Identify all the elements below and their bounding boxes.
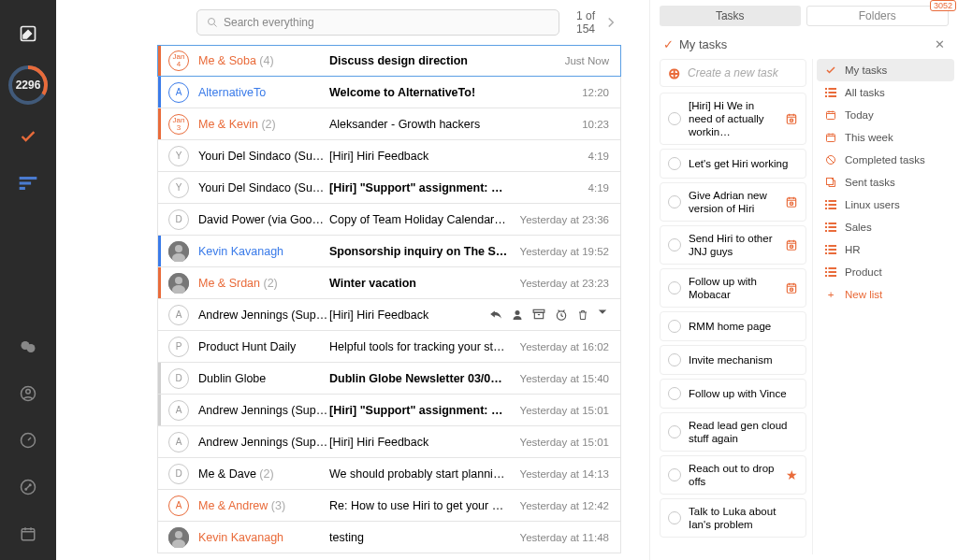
inbox-counter[interactable]: 2296 xyxy=(7,64,50,107)
list-label: HR xyxy=(845,244,861,255)
accent-bar xyxy=(158,204,161,235)
profile-button[interactable] xyxy=(11,377,45,410)
task-text: [Hiri] Hi We in need of actually workin… xyxy=(689,99,777,138)
more-icon[interactable] xyxy=(598,309,607,322)
panel-tabs: Tasks Folders 3052 xyxy=(650,6,958,26)
task-text: Follow up with Mobacar xyxy=(689,275,777,301)
settings-button[interactable] xyxy=(11,470,45,504)
svg-rect-121 xyxy=(825,249,827,251)
task-item[interactable]: RMM home page xyxy=(660,311,806,341)
task-checkbox[interactable] xyxy=(668,195,681,208)
task-item[interactable]: Send Hiri to other JNJ guys xyxy=(660,225,806,265)
svg-rect-130 xyxy=(829,275,837,277)
svg-rect-5 xyxy=(20,187,25,190)
task-list-item[interactable]: All tasks xyxy=(817,81,954,104)
task-item[interactable]: Give Adrian new version of Hiri xyxy=(660,182,806,222)
svg-rect-104 xyxy=(827,135,835,142)
new-task-input[interactable]: ⊕ Create a new task xyxy=(660,59,806,87)
task-checkbox[interactable] xyxy=(668,281,681,294)
compose-button[interactable] xyxy=(11,17,45,50)
reminder-icon xyxy=(785,281,798,294)
task-list-item[interactable]: Linux users xyxy=(817,194,954,216)
task-list-item[interactable]: This week xyxy=(817,126,954,149)
task-item[interactable]: Let's get Hiri working xyxy=(660,149,806,179)
email-time: Yesterday at 15:40 xyxy=(517,373,620,384)
email-row[interactable]: AAndrew Jennings (Support)[Hiri] Hiri Fe… xyxy=(157,426,621,458)
new-list-label: New list xyxy=(845,289,882,300)
task-checkbox[interactable] xyxy=(668,320,681,333)
svg-rect-123 xyxy=(825,252,827,254)
task-list-item[interactable]: Sales xyxy=(817,216,954,238)
email-row[interactable]: Jan3Me & Kevin (2)Aleksander - Growth ha… xyxy=(157,108,621,140)
task-checkbox[interactable] xyxy=(668,112,681,125)
sender-avatar: P xyxy=(168,337,189,357)
email-row[interactable]: DDavid Power (via Google …Copy of Team H… xyxy=(157,204,621,236)
list-label: All tasks xyxy=(845,87,885,98)
email-row[interactable]: Jan4Me & Soba (4)Discuss design directio… xyxy=(157,45,621,77)
email-row[interactable]: YYouri Del Sindaco (Supp…[Hiri] "Support… xyxy=(157,172,621,204)
email-row[interactable]: DMe & Dave (2)We should probably start p… xyxy=(157,458,621,490)
task-text: Read lead gen cloud stuff again xyxy=(689,419,798,445)
email-row[interactable]: AMe & Andrew (3)Re: How to use Hiri to g… xyxy=(157,490,621,522)
email-row[interactable]: Kevin KavanaghSponsorship inquiry on The… xyxy=(157,236,621,267)
task-checkbox[interactable] xyxy=(668,387,681,400)
reminder-icon xyxy=(785,238,798,251)
task-list-item[interactable]: My tasks xyxy=(817,59,954,81)
task-item[interactable]: Follow up with Mobacar xyxy=(660,268,806,308)
email-row[interactable]: DDublin GlobeDublin Globe Newsletter 03/… xyxy=(157,363,621,395)
task-list-item[interactable]: HR xyxy=(817,238,954,261)
task-item[interactable]: [Hiri] Hi We in need of actually workin… xyxy=(660,93,806,145)
task-list-item[interactable]: Today xyxy=(817,104,954,126)
accent-bar xyxy=(158,172,161,203)
list-icon xyxy=(824,88,837,97)
assign-icon[interactable] xyxy=(512,309,523,322)
tab-folders[interactable]: Folders xyxy=(806,6,950,26)
chat-button[interactable] xyxy=(11,330,45,364)
task-checkbox[interactable] xyxy=(668,157,681,170)
accent-bar xyxy=(158,363,161,394)
sender-avatar: D xyxy=(168,464,189,484)
task-checkbox[interactable] xyxy=(668,238,681,251)
email-subject: Dublin Globe Newsletter 03/01/17 xyxy=(329,372,517,385)
delete-icon[interactable] xyxy=(577,309,588,322)
svg-rect-4 xyxy=(20,181,31,184)
task-item[interactable]: Reach out to drop offs★ xyxy=(660,455,806,495)
task-list-item[interactable]: Product xyxy=(817,261,954,283)
task-item[interactable]: Invite mechanism xyxy=(660,345,806,375)
task-list-item[interactable]: Sent tasks xyxy=(817,171,954,194)
task-item[interactable]: Read lead gen cloud stuff again xyxy=(660,412,806,452)
search-input[interactable]: Search everything xyxy=(196,9,559,36)
close-panel-button[interactable]: ✕ xyxy=(935,37,945,51)
svg-rect-103 xyxy=(827,112,835,120)
tasks-header: ✓My tasks ✕ xyxy=(650,26,958,59)
task-item[interactable]: Talk to Luka about Ian's problem xyxy=(660,498,806,538)
archive-icon[interactable] xyxy=(532,309,545,322)
email-row[interactable]: Kevin KavanaghtestingYesterday at 11:48 xyxy=(157,522,621,553)
sender-avatar: A xyxy=(168,432,189,452)
email-row[interactable]: AAlternativeToWelcome to AlternativeTo!1… xyxy=(157,77,621,108)
filter-nav-button[interactable] xyxy=(11,166,45,200)
task-checkbox[interactable] xyxy=(668,468,681,481)
email-row[interactable]: YYouri Del Sindaco (Suppo…[Hiri] Hiri Fe… xyxy=(157,140,621,172)
new-list-button[interactable]: +New list xyxy=(817,283,954,306)
email-row[interactable]: AAndrew Jennings (Support)[Hiri] Hiri Fe… xyxy=(157,299,621,331)
task-checkbox[interactable] xyxy=(668,425,681,438)
tab-tasks[interactable]: Tasks xyxy=(660,6,801,26)
email-row[interactable]: AAndrew Jennings (Suppo…[Hiri] "Support"… xyxy=(157,395,621,426)
calendar-button[interactable] xyxy=(11,517,45,551)
task-checkbox[interactable] xyxy=(668,353,681,366)
task-list-item[interactable]: Completed tasks xyxy=(817,149,954,171)
dashboard-button[interactable] xyxy=(11,424,45,457)
pager-next-button[interactable] xyxy=(606,17,616,28)
email-list: Jan4Me & Soba (4)Discuss design directio… xyxy=(56,45,649,560)
email-time: 12:20 xyxy=(517,87,620,98)
reply-icon[interactable] xyxy=(489,309,502,322)
email-row[interactable]: PProduct Hunt DailyHelpful tools for tra… xyxy=(157,331,621,363)
accent-bar xyxy=(158,77,161,108)
task-item[interactable]: Follow up with Vince xyxy=(660,379,806,409)
snooze-icon[interactable] xyxy=(555,309,568,322)
task-checkbox[interactable] xyxy=(668,511,681,524)
email-row[interactable]: Me & Srdan (2)Winter vacationYesterday a… xyxy=(157,267,621,299)
accent-bar xyxy=(158,236,161,266)
tasks-nav-button[interactable] xyxy=(11,120,45,153)
